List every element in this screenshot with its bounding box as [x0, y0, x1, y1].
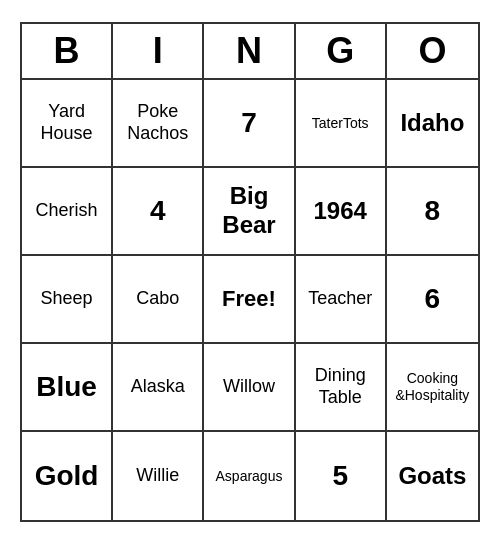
- bingo-cell: Poke Nachos: [113, 80, 204, 168]
- bingo-cell: Idaho: [387, 80, 478, 168]
- bingo-cell: Cherish: [22, 168, 113, 256]
- bingo-cell: Blue: [22, 344, 113, 432]
- bingo-cell: 1964: [296, 168, 387, 256]
- header-letter: I: [113, 24, 204, 78]
- bingo-cell: Big Bear: [204, 168, 295, 256]
- bingo-cell: Sheep: [22, 256, 113, 344]
- bingo-cell: Asparagus: [204, 432, 295, 520]
- bingo-cell: 4: [113, 168, 204, 256]
- bingo-cell: Gold: [22, 432, 113, 520]
- bingo-grid: Yard HousePoke Nachos7TaterTotsIdahoCher…: [22, 80, 478, 520]
- bingo-cell: TaterTots: [296, 80, 387, 168]
- bingo-cell: Teacher: [296, 256, 387, 344]
- bingo-cell: Free!: [204, 256, 295, 344]
- bingo-cell: Willie: [113, 432, 204, 520]
- header-letter: B: [22, 24, 113, 78]
- bingo-cell: Alaska: [113, 344, 204, 432]
- header-letter: O: [387, 24, 478, 78]
- bingo-cell: Goats: [387, 432, 478, 520]
- header-letter: N: [204, 24, 295, 78]
- bingo-cell: 8: [387, 168, 478, 256]
- bingo-header: BINGO: [22, 24, 478, 80]
- bingo-card: BINGO Yard HousePoke Nachos7TaterTotsIda…: [20, 22, 480, 522]
- header-letter: G: [296, 24, 387, 78]
- bingo-cell: Cooking &Hospitality: [387, 344, 478, 432]
- bingo-cell: Yard House: [22, 80, 113, 168]
- bingo-cell: 7: [204, 80, 295, 168]
- bingo-cell: 5: [296, 432, 387, 520]
- bingo-cell: Cabo: [113, 256, 204, 344]
- bingo-cell: Dining Table: [296, 344, 387, 432]
- bingo-cell: 6: [387, 256, 478, 344]
- bingo-cell: Willow: [204, 344, 295, 432]
